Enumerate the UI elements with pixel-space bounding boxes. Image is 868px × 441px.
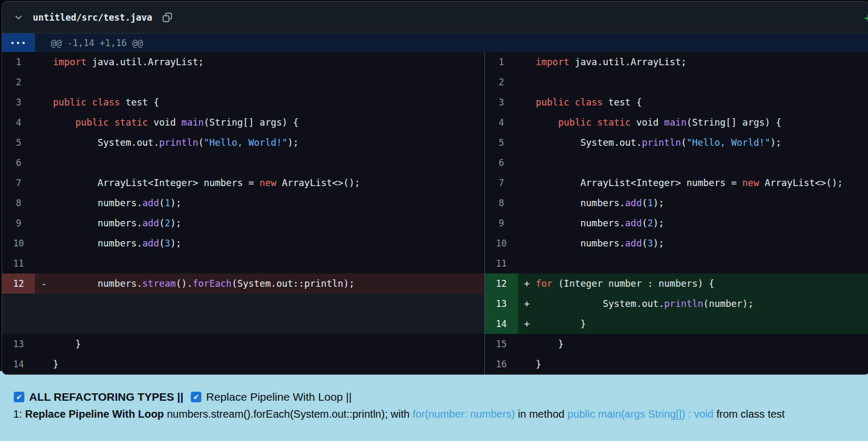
diff-row: 13 } [2, 334, 484, 354]
code-line: } [536, 359, 542, 369]
code-line: ArrayList<Integer> numbers = new ArrayLi… [536, 178, 843, 188]
line-number: 4 [485, 112, 518, 133]
code-token: numbers. [53, 278, 143, 289]
code-token: ArrayList<Integer> numbers = [536, 178, 742, 188]
code-token: System.out. [536, 137, 642, 148]
line-number: 4 [2, 112, 35, 133]
file-path: untitled/src/test.java [33, 12, 152, 23]
all-refactoring-types-checkbox[interactable]: ✔ [14, 392, 24, 402]
line-number: 8 [2, 193, 35, 213]
code-token: numbers. [53, 238, 143, 249]
code-token: add [625, 238, 642, 249]
code-line: for (Integer number : numbers) { [536, 278, 714, 289]
code-token: ); [653, 198, 664, 208]
line-number: 12 [2, 274, 35, 294]
code-token: numbers. [53, 218, 143, 228]
code-line: public class test { [536, 97, 642, 108]
code-token: ( [159, 238, 165, 249]
code-token: System.out. [53, 137, 159, 148]
code-token: ); [170, 238, 181, 249]
result-text-segment: 1: [13, 408, 25, 420]
diff-row: 1import java.util.ArrayList; [2, 52, 484, 72]
code-token: numbers. [536, 198, 625, 208]
line-number: 1 [2, 52, 35, 72]
chevron-down-icon [13, 12, 24, 23]
diff-row: 5 System.out.println("Hello, World!"); [2, 133, 484, 153]
ellipsis-icon: ••• [10, 39, 26, 47]
line-number: 8 [485, 193, 518, 213]
all-refactoring-types-group: ✔ ALL REFACTORING TYPES || [14, 391, 183, 403]
diff-marker: + [518, 278, 536, 289]
filler-row [2, 294, 484, 334]
diff-row: 3public class test { [485, 92, 868, 112]
code-token: 1 [165, 198, 171, 208]
code-token: new [742, 178, 759, 188]
line-number: 2 [2, 72, 35, 92]
code-token: main [181, 117, 203, 128]
code-token: } [53, 339, 81, 349]
refactoring-result-line: 1: Replace Pipeline With Loop numbers.st… [0, 408, 868, 420]
code-token: 3 [165, 238, 171, 249]
code-line: numbers.add(2); [53, 218, 181, 228]
code-token: 3 [648, 238, 653, 249]
code-token: ArrayList<>(); [759, 178, 843, 188]
code-token: ( [198, 137, 204, 148]
line-number: 6 [485, 153, 518, 173]
code-line: } [536, 339, 564, 349]
diff-row: 9 numbers.add(2); [485, 213, 868, 233]
code-line: public static void main(String[] args) { [53, 117, 299, 128]
code-token: void [148, 117, 181, 128]
code-token [536, 117, 558, 128]
all-refactoring-types-label: ALL REFACTORING TYPES || [29, 391, 183, 403]
diff-row: 13+ System.out.println(number); [485, 294, 868, 314]
code-token: test { [603, 97, 642, 108]
code-token: ); [653, 218, 664, 228]
code-token: ArrayList<>(); [276, 178, 360, 188]
code-token: (System.out::println); [232, 278, 355, 289]
collapse-file-button[interactable] [13, 12, 24, 23]
diff-pane-original: 1import java.util.ArrayList;23public cla… [2, 52, 484, 374]
diff-marker: + [518, 319, 536, 329]
code-line: numbers.add(2); [536, 218, 664, 228]
line-number: 10 [2, 233, 35, 253]
diff-row: 10 numbers.add(3); [2, 233, 484, 253]
code-line: System.out.println(number); [536, 298, 754, 309]
code-token: } [53, 359, 59, 369]
code-line: numbers.add(3); [536, 238, 664, 249]
diff-row: 10 numbers.add(3); [485, 233, 868, 253]
line-number: 11 [485, 253, 518, 274]
code-token: import [536, 57, 569, 67]
code-token: ); [170, 218, 181, 228]
replace-pipeline-label: Replace Pipeline With Loop || [206, 391, 352, 403]
diff-row: 8 numbers.add(1); [485, 193, 868, 213]
code-token: public class [53, 97, 120, 108]
code-line: public static void main(String[] args) { [536, 117, 782, 128]
code-line: import java.util.ArrayList; [53, 57, 203, 67]
result-text-segment: numbers.stream().forEach(System.out::pri… [164, 408, 412, 420]
code-line: System.out.println("Hello, World!"); [53, 137, 299, 148]
line-number: 9 [2, 213, 35, 233]
code-token: add [143, 238, 160, 249]
refactoring-link[interactable]: public main(args String[]) : void [568, 408, 714, 420]
line-number: 5 [485, 133, 518, 153]
code-line: public class test { [53, 97, 159, 108]
code-token: ); [770, 137, 782, 148]
copy-path-button[interactable] [162, 12, 173, 23]
hunk-menu-button[interactable]: ••• [2, 33, 35, 52]
code-token: ( [159, 198, 165, 208]
code-line: import java.util.ArrayList; [536, 57, 686, 67]
code-token: import [53, 57, 86, 67]
refactoring-link[interactable]: for(number: numbers) [412, 408, 515, 420]
line-number: 10 [485, 233, 518, 253]
line-number: 7 [485, 173, 518, 193]
code-token: add [143, 198, 160, 208]
result-text-segment: in method [515, 408, 568, 420]
additions-indicator: + [864, 10, 868, 25]
code-token: test { [120, 97, 159, 108]
code-token: ( [681, 137, 687, 148]
diff-row: 3public class test { [2, 92, 484, 112]
code-token: public static [558, 117, 631, 128]
code-token: numbers. [536, 238, 625, 249]
code-token: void [631, 117, 664, 128]
replace-pipeline-checkbox[interactable]: ✔ [191, 392, 201, 402]
